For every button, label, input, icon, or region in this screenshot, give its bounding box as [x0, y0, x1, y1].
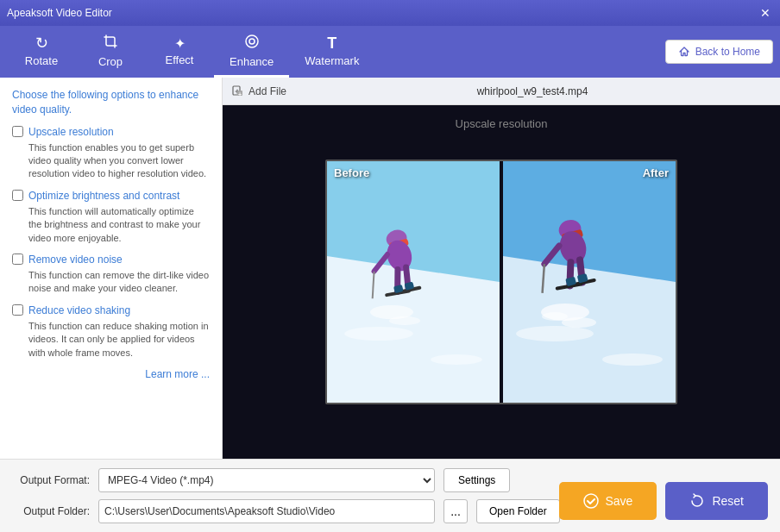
action-buttons: Save Reset	[559, 482, 769, 520]
brightness-checkbox[interactable]	[12, 190, 23, 201]
back-home-button[interactable]: Back to Home	[665, 40, 773, 64]
before-label: Before	[334, 166, 369, 179]
svg-point-25	[602, 354, 663, 366]
tab-enhance[interactable]: Enhance	[214, 26, 289, 78]
svg-point-40	[584, 494, 598, 508]
shaking-text: Reduce video shaking	[28, 304, 130, 316]
add-file-label: Add File	[248, 85, 286, 97]
tab-crop-label: Crop	[98, 55, 123, 68]
svg-point-39	[542, 312, 568, 321]
tab-crop[interactable]: Crop	[76, 26, 145, 78]
upscale-label[interactable]: Upscale resolution	[12, 126, 210, 138]
save-label: Save	[606, 494, 633, 508]
svg-point-38	[562, 317, 596, 328]
tab-watermark[interactable]: T Watermark	[289, 26, 374, 78]
title-bar: Apeaksoft Video Editor ✕	[0, 0, 780, 26]
reset-button[interactable]: Reset	[665, 482, 768, 520]
save-button[interactable]: Save	[559, 482, 657, 520]
crop-icon	[103, 34, 118, 53]
app-title: Apeaksoft Video Editor	[7, 7, 112, 19]
svg-text:+: +	[238, 91, 242, 97]
effect-icon: ✦	[174, 35, 186, 52]
after-image	[503, 161, 676, 403]
settings-button[interactable]: Settings	[443, 468, 510, 492]
toolbar: ↻ Rotate Crop ✦ Effect Enhance T Waterma…	[0, 26, 780, 78]
rotate-icon: ↻	[35, 34, 48, 53]
preview-title: Upscale resolution	[456, 117, 548, 130]
upscale-checkbox[interactable]	[12, 126, 23, 137]
tab-effect-label: Effect	[165, 53, 193, 66]
svg-point-8	[431, 354, 482, 365]
noise-label[interactable]: Remove video noise	[12, 253, 210, 266]
after-panel: After	[503, 161, 676, 403]
shaking-checkbox[interactable]	[12, 304, 23, 316]
file-name: whirlpool_w9_test4.mp4	[293, 85, 771, 97]
svg-point-21	[389, 316, 420, 325]
format-select[interactable]: MPEG-4 Video (*.mp4)	[98, 468, 435, 492]
back-home-label: Back to Home	[695, 46, 760, 58]
brightness-desc: This function will automatically optimiz…	[28, 205, 210, 245]
video-area: + Add File whirlpool_w9_test4.mp4 Upscal…	[223, 78, 780, 459]
home-icon	[678, 46, 690, 58]
output-format-label: Output Format:	[12, 474, 90, 486]
upscale-desc: This function enables you to get superb …	[28, 141, 210, 181]
reset-label: Reset	[712, 494, 744, 508]
option-upscale: Upscale resolution This function enables…	[12, 126, 210, 181]
tab-enhance-label: Enhance	[230, 55, 274, 68]
tab-rotate[interactable]: ↻ Rotate	[7, 26, 76, 78]
noise-text: Remove video noise	[28, 253, 123, 266]
output-folder-label: Output Folder:	[12, 505, 90, 517]
save-icon	[583, 493, 599, 509]
noise-checkbox[interactable]	[12, 253, 23, 265]
tab-rotate-label: Rotate	[25, 54, 58, 67]
file-bar: + Add File whirlpool_w9_test4.mp4	[223, 78, 780, 105]
after-label: After	[643, 166, 669, 179]
brightness-label[interactable]: Optimize brightness and contrast	[12, 190, 210, 202]
svg-point-0	[246, 35, 258, 47]
add-file-button[interactable]: + Add File	[231, 84, 286, 98]
tab-watermark-label: Watermark	[305, 54, 359, 67]
bottom-bar: Output Format: MPEG-4 Video (*.mp4) Sett…	[0, 459, 780, 532]
panel-intro: Choose the following options to enhance …	[12, 88, 210, 117]
tab-effect[interactable]: ✦ Effect	[145, 26, 214, 78]
shaking-desc: This function can reduce shaking motion …	[28, 320, 210, 360]
browse-button[interactable]: ...	[443, 499, 468, 523]
add-file-icon: +	[231, 84, 245, 98]
option-shaking: Reduce video shaking This function can r…	[12, 304, 210, 360]
folder-path-input[interactable]	[98, 499, 435, 523]
svg-point-7	[344, 327, 413, 341]
svg-point-24	[516, 326, 594, 341]
noise-desc: This function can remove the dirt-like v…	[28, 269, 210, 296]
brightness-text: Optimize brightness and contrast	[28, 190, 179, 202]
before-image	[327, 161, 500, 403]
before-panel: Before	[327, 161, 500, 403]
watermark-icon: T	[327, 34, 337, 53]
learn-more-link[interactable]: Learn more ...	[12, 368, 210, 380]
preview-area: Upscale resolution Before	[223, 105, 780, 459]
left-panel: Choose the following options to enhance …	[0, 78, 223, 459]
svg-point-1	[249, 39, 255, 44]
enhance-icon	[243, 33, 261, 53]
option-brightness: Optimize brightness and contrast This fu…	[12, 190, 210, 245]
upscale-text: Upscale resolution	[28, 126, 114, 138]
reset-icon	[689, 493, 705, 509]
close-button[interactable]: ✕	[758, 5, 773, 21]
shaking-label[interactable]: Reduce video shaking	[12, 304, 210, 316]
open-folder-button[interactable]: Open Folder	[476, 499, 560, 523]
option-noise: Remove video noise This function can rem…	[12, 253, 210, 296]
before-after-container: Before	[325, 160, 677, 404]
